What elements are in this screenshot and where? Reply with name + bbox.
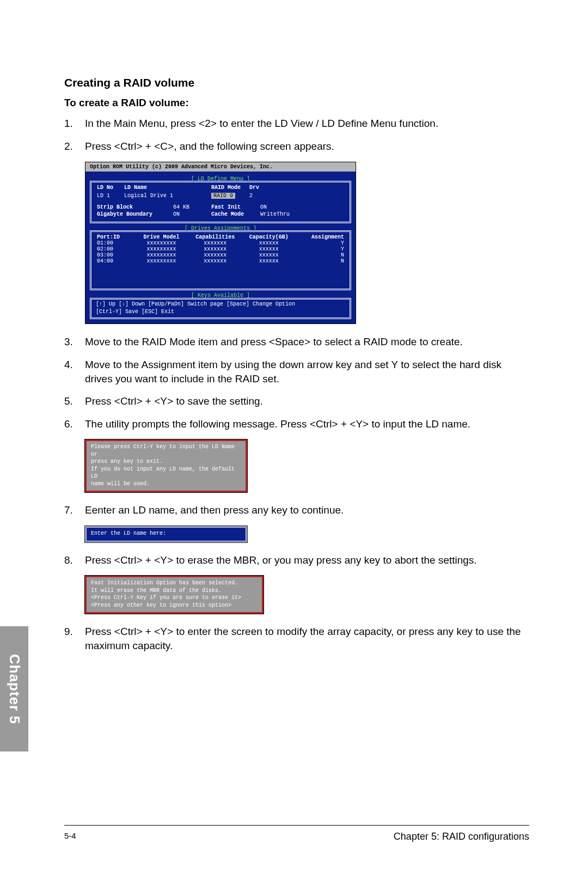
- dialog-enter-ld-name: Enter the LD name here:: [85, 526, 247, 542]
- drive-row: 04:00xxxxxxxxxxxxxxxxxxxxxxN: [97, 258, 344, 264]
- section-heading: Creating a RAID volume: [64, 76, 529, 89]
- step-list: 1.In the Main Menu, press <2> to enter t…: [64, 117, 529, 153]
- dialog-ld-name-prompt: Please press Ctrl-Y key to input the LD …: [85, 439, 247, 492]
- step-1: 1.In the Main Menu, press <2> to enter t…: [64, 117, 529, 131]
- raid-mode-value: RAID 0: [211, 193, 235, 199]
- keys-box: [↑] Up [↓] Down [PaUp/PaDn] Switch page …: [90, 298, 351, 319]
- step-list-cont4: 9.Press <Ctrl> + <Y> to enter the screen…: [64, 625, 529, 652]
- ld-define-box: LD No LD Name RAID Mode Drv LD 1 Logical…: [90, 181, 351, 223]
- page-number: 5-4: [64, 831, 76, 842]
- drives-box: Port:ID Drive Model Capabilities Capacit…: [90, 230, 351, 290]
- step-list-cont3: 8.Press <Ctrl> + <Y> to erase the MBR, o…: [64, 553, 529, 567]
- step-list-cont2: 7.Eenter an LD name, and then press any …: [64, 503, 529, 517]
- drive-row: 01:00xxxxxxxxxxxxxxxxxxxxxxY: [97, 240, 344, 246]
- chapter-tab: Chapter 5: [0, 626, 28, 751]
- chapter-title: Chapter 5: RAID configurations: [394, 831, 529, 842]
- bios-title-bar: Option ROM Utility (c) 2009 Advanced Mic…: [85, 162, 356, 172]
- step-8: 8.Press <Ctrl> + <Y> to erase the MBR, o…: [64, 553, 529, 567]
- dialog-fast-init: Fast Initialization Option has been sele…: [85, 576, 264, 614]
- step-list-cont: 3.Move to the RAID Mode item and press <…: [64, 335, 529, 431]
- step-9: 9.Press <Ctrl> + <Y> to enter the screen…: [64, 625, 529, 652]
- step-7: 7.Eenter an LD name, and then press any …: [64, 503, 529, 517]
- section-subheading: To create a RAID volume:: [64, 97, 529, 109]
- drive-row: 02:00xxxxxxxxxxxxxxxxxxxxxxY: [97, 246, 344, 252]
- step-3: 3.Move to the RAID Mode item and press <…: [64, 335, 529, 349]
- bios-screenshot: Option ROM Utility (c) 2009 Advanced Mic…: [85, 162, 356, 324]
- step-2: 2.Press <Ctrl> + <C>, and the following …: [64, 139, 529, 154]
- drive-row: 03:00xxxxxxxxxxxxxxxxxxxxxxN: [97, 252, 344, 258]
- step-4: 4.Move to the Assignment item by using t…: [64, 358, 529, 386]
- page-footer: 5-4 Chapter 5: RAID configurations: [64, 825, 529, 842]
- step-5: 5.Press <Ctrl> + <Y> to save the setting…: [64, 394, 529, 408]
- step-6: 6.The utility prompts the following mess…: [64, 417, 529, 431]
